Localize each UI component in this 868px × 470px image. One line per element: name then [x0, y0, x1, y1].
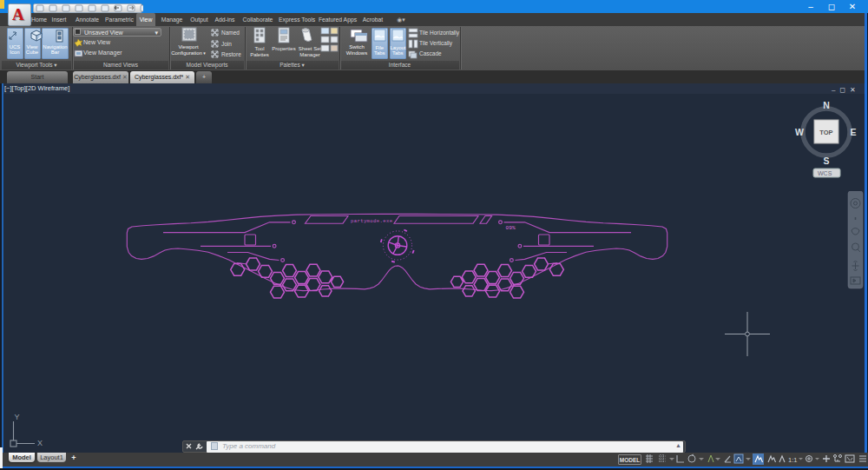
- svg-text:Y: Y: [15, 413, 20, 421]
- svg-text:09%: 09%: [506, 225, 516, 231]
- svg-text:X: X: [37, 439, 43, 447]
- svg-text:partymode.exe: partymode.exe: [351, 218, 392, 224]
- svg-text:1:1: 1:1: [788, 456, 797, 464]
